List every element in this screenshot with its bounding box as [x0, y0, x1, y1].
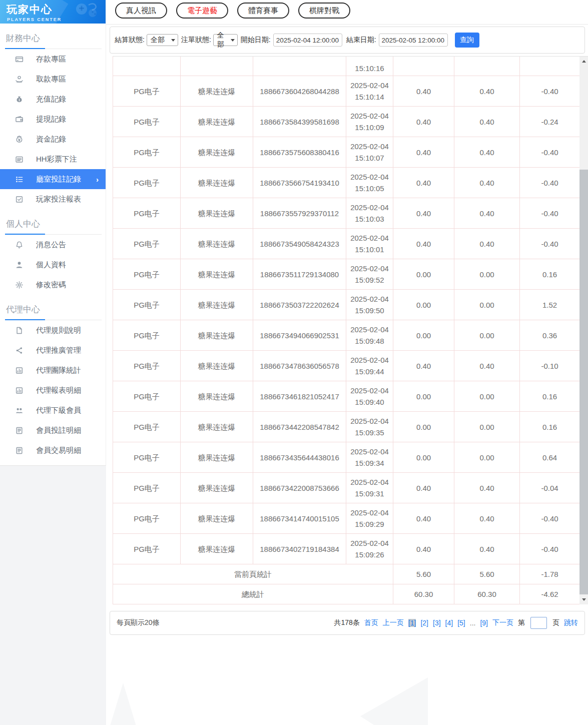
order-no-cell: 1886673604268044288	[253, 76, 346, 107]
sidebar-item-bet-records[interactable]: 廳室投註記錄›	[0, 169, 106, 189]
page-link-3[interactable]: [3]	[433, 619, 441, 627]
platform-cell: PG电子	[113, 503, 181, 534]
table-row: PG电子糖果连连爆18866735490584243232025-02-0415…	[113, 229, 580, 259]
order-status-value: 全部	[217, 31, 231, 49]
page-link-9[interactable]: [9]	[480, 619, 488, 627]
date-line: 2025-02-04	[346, 110, 393, 122]
report-check-icon	[15, 195, 24, 204]
sidebar-section: 財務中心存款專區取款專區充值記錄提現記錄資金記錄HH彩票下注廳室投註記錄›玩家投…	[0, 31, 106, 209]
table-row: PG电子糖果连连爆18866734940669025312025-02-0415…	[113, 320, 580, 351]
order-no-cell: 1886673478636056578	[253, 351, 346, 381]
chevron-down-icon	[231, 39, 235, 44]
date-line: 2025-02-04	[346, 141, 393, 152]
time-cell: 2025-02-0415:09:52	[346, 259, 393, 290]
time-cell: 2025-02-0415:10:03	[346, 198, 393, 229]
valid-bet-cell: 0.40	[454, 534, 520, 564]
time-cell: 2025-02-0415:10:07	[346, 137, 393, 168]
platform-cell: PG电子	[113, 76, 181, 107]
platform-cell	[113, 57, 181, 76]
time-line: 15:09:44	[346, 366, 393, 377]
page-link-5[interactable]: [5]	[457, 619, 465, 627]
winloss-cell: -0.40	[520, 229, 580, 259]
sidebar-item-chart-report[interactable]: 代理團隊統計	[0, 360, 106, 380]
first-page-link[interactable]: 首页	[364, 618, 378, 627]
tab-2[interactable]: 電子遊藝	[176, 3, 228, 19]
start-date-input[interactable]	[273, 34, 342, 47]
tab-4[interactable]: 棋牌對戰	[298, 3, 350, 19]
winloss-cell: -0.40	[520, 76, 580, 107]
prev-page-link[interactable]: 上一页	[383, 618, 404, 627]
sidebar-section: 個人中心消息公告個人資料修改密碼	[0, 216, 106, 295]
date-line: 2025-02-04	[346, 324, 393, 335]
end-date-label: 結束日期:	[346, 36, 376, 45]
order-no-cell: 1886673461821052417	[253, 381, 346, 412]
jump-page-input[interactable]	[530, 617, 547, 629]
chart-report-icon	[15, 366, 24, 375]
page-summary-row: 當前頁統計5.605.60-1.78	[113, 564, 580, 584]
winloss-cell: 0.36	[520, 320, 580, 351]
valid-bet-cell: 0.00	[454, 412, 520, 442]
platform-cell: PG电子	[113, 198, 181, 229]
search-button[interactable]: 查詢	[455, 33, 479, 48]
end-date-input[interactable]	[379, 34, 448, 47]
sidebar-item-gear[interactable]: 修改密碼	[0, 275, 106, 295]
date-line: 2025-02-04	[346, 385, 393, 396]
sidebar-item-share[interactable]: 代理推廣管理	[0, 340, 106, 360]
settle-status-label: 結算狀態:	[115, 36, 145, 45]
settle-status-select[interactable]: 全部	[147, 34, 178, 46]
doc-list-icon	[15, 426, 24, 435]
winloss-cell: 0.16	[520, 381, 580, 412]
sidebar-item-deposit-card[interactable]: 存款專區	[0, 49, 106, 69]
sidebar-item-doc[interactable]: 代理規則說明	[0, 320, 106, 340]
sidebar-item-funds-coin[interactable]: 資金記錄	[0, 129, 106, 149]
game-cell: 糖果连连爆	[181, 290, 253, 320]
tab-3[interactable]: 體育賽事	[237, 3, 289, 19]
page-link-4[interactable]: [4]	[445, 619, 453, 627]
sidebar-item-label: 玩家投注報表	[36, 195, 81, 204]
sidebar-item-bell[interactable]: 消息公告	[0, 235, 106, 255]
scroll-up-icon[interactable]	[579, 57, 588, 66]
platform-cell: PG电子	[113, 229, 181, 259]
order-no-cell: 1886673414740015105	[253, 503, 346, 534]
scrollbar-thumb[interactable]	[579, 170, 588, 594]
sidebar-item-chart-report[interactable]: 代理報表明細	[0, 380, 106, 400]
order-status-select[interactable]: 全部	[213, 34, 238, 46]
game-cell: 糖果连连爆	[181, 412, 253, 442]
total-summary-row: 總統計60.3060.30-4.62	[113, 584, 580, 604]
time-cell: 2025-02-0415:09:29	[346, 503, 393, 534]
bet-cell: 0.40	[393, 137, 454, 168]
deposit-card-icon	[15, 55, 24, 64]
winloss-cell: -0.40	[520, 168, 580, 198]
next-page-link[interactable]: 下一页	[492, 618, 513, 627]
sidebar-item-people[interactable]: 代理下級會員	[0, 400, 106, 420]
sidebar-item-withdraw-hand[interactable]: 取款專區	[0, 69, 106, 89]
page-link-1[interactable]: [1]	[408, 619, 416, 627]
tab-1[interactable]: 真人視訊	[115, 3, 167, 19]
sidebar-item-report-check[interactable]: 玩家投注報表	[0, 189, 106, 209]
table-row: PG电子糖果连连爆18866736042680442882025-02-0415…	[113, 76, 580, 107]
sidebar-item-doc-list[interactable]: 會員交易明細	[0, 440, 106, 460]
sidebar-item-moneybag[interactable]: 充值記錄	[0, 89, 106, 109]
sidebar-item-doc-list[interactable]: 會員投註明細	[0, 420, 106, 440]
bet-cell: 0.40	[393, 168, 454, 198]
bet-cell: 0.40	[393, 76, 454, 107]
scroll-down-icon[interactable]	[579, 595, 588, 604]
table-scrollbar[interactable]	[579, 57, 588, 604]
jump-button[interactable]: 跳转	[564, 618, 578, 627]
sidebar-item-label: 會員交易明細	[36, 446, 81, 455]
order-status-label: 注單狀態:	[181, 36, 211, 45]
bet-cell: 0.40	[393, 229, 454, 259]
sidebar-header: 玩家中心 PLAYERS CENTER	[0, 0, 106, 24]
valid-bet-cell: 0.00	[454, 381, 520, 412]
bet-cell: 0.40	[393, 198, 454, 229]
time-line: 15:09:35	[346, 427, 393, 438]
sidebar-item-label: 廳室投註記錄	[36, 175, 81, 184]
sidebar-item-lottery-list[interactable]: HH彩票下注	[0, 149, 106, 169]
game-cell: 糖果连连爆	[181, 442, 253, 473]
sidebar-item-person[interactable]: 個人資料	[0, 255, 106, 275]
sidebar-item-wallet[interactable]: 提現記錄	[0, 109, 106, 129]
page-link-2[interactable]: [2]	[420, 619, 428, 627]
doc-list-icon	[15, 446, 24, 455]
valid-bet-cell: 0.40	[454, 168, 520, 198]
sidebar-panel: 玩家中心 PLAYERS CENTER 財務中心存款專區取款專區充值記錄提現記錄…	[0, 0, 106, 466]
